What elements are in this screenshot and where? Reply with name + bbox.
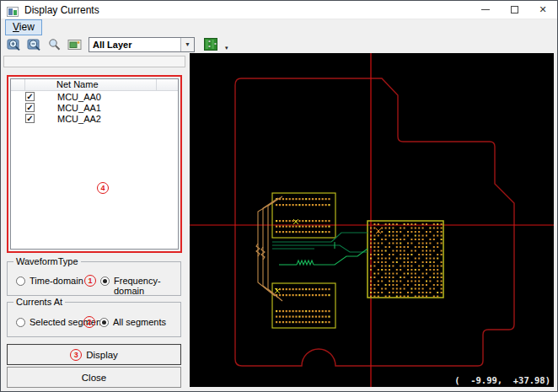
close-button-label: Close — [82, 373, 106, 383]
radio-time-domain[interactable] — [16, 277, 25, 286]
net-list-header-checkbox-column — [11, 79, 25, 90]
net-name-label: MCU_AA2 — [57, 114, 101, 124]
radio-time-domain-label[interactable]: Time-domain — [30, 276, 83, 286]
table-row[interactable]: ✓ MCU_AA1 — [11, 102, 178, 113]
menu-view-label: iew — [19, 21, 35, 33]
zoom-out-icon[interactable] — [26, 37, 43, 51]
check-icon: ✓ — [26, 93, 33, 101]
net-name-label: MCU_AA0 — [57, 92, 101, 102]
display-currents-window: Display Currents ✕ View — [0, 0, 558, 392]
annotation-badge-4: 4 — [97, 182, 109, 194]
waveform-type-group: WaveformType Time-domain 1 Frequency-dom… — [7, 261, 181, 296]
layer-selector[interactable]: All Layer ▼ — [89, 37, 195, 52]
table-row[interactable]: ✓ MCU_AA0 — [11, 91, 178, 102]
close-dialog-button[interactable]: Close — [7, 367, 181, 388]
annotation-badge-1: 1 — [84, 275, 96, 287]
window-title: Display Currents — [24, 4, 99, 16]
net-list-header-name-column: Net Name — [25, 79, 157, 90]
minimize-button[interactable] — [471, 1, 500, 19]
radio-frequency-domain[interactable] — [100, 277, 110, 286]
toolbar-overflow-icon[interactable]: ▾ — [225, 45, 228, 51]
table-row[interactable]: ✓ MCU_AA2 — [11, 113, 178, 124]
net-list-header: Net Name — [11, 79, 178, 91]
close-icon: ✕ — [539, 4, 546, 15]
menu-view-accel: V — [13, 21, 19, 33]
menu-view[interactable]: View — [5, 19, 42, 35]
radio-all-segments-label[interactable]: All segments — [113, 317, 166, 327]
currents-at-group-label: Currents At — [13, 297, 65, 307]
title-bar: Display Currents ✕ — [1, 1, 557, 19]
pcb-background — [190, 53, 554, 387]
net-checkbox[interactable]: ✓ — [25, 103, 35, 112]
menu-bar: View — [1, 19, 557, 35]
fit-view-icon[interactable] — [67, 37, 83, 51]
net-name-label: MCU_AA1 — [57, 103, 101, 113]
net-checkbox[interactable]: ✓ — [25, 114, 35, 123]
check-icon: ✓ — [26, 104, 33, 112]
chevron-down-icon: ▼ — [185, 41, 190, 47]
radio-selected-segments[interactable] — [16, 318, 25, 327]
annotation-badge-2: 2 — [83, 316, 95, 328]
maximize-button[interactable] — [500, 1, 528, 19]
radio-selected-segments-label[interactable]: Selected segments — [30, 317, 109, 327]
left-panel: Net Name ✓ MCU_AA0 ✓ MCU_AA1 ✓ MCU_AA2 4… — [1, 53, 189, 387]
currents-at-group: Currents At Selected segments 2 All segm… — [7, 302, 181, 337]
net-list[interactable]: Net Name ✓ MCU_AA0 ✓ MCU_AA1 ✓ MCU_AA2 — [10, 78, 179, 250]
radio-all-segments[interactable] — [99, 318, 109, 327]
net-list-annotation-frame: Net Name ✓ MCU_AA0 ✓ MCU_AA1 ✓ MCU_AA2 4 — [7, 75, 182, 253]
display-button[interactable]: 3 Display — [7, 344, 181, 365]
check-icon: ✓ — [26, 115, 33, 123]
annotation-badge-3: 3 — [70, 349, 82, 361]
layer-selector-value: All Layer — [89, 38, 180, 51]
app-icon — [7, 5, 19, 15]
display-button-label: Display — [86, 350, 118, 360]
close-button[interactable]: ✕ — [528, 1, 557, 19]
pcb-canvas[interactable]: ( -9.99, +37.98) — [190, 53, 554, 387]
net-checkbox[interactable]: ✓ — [25, 92, 35, 101]
zoom-in-icon[interactable] — [6, 37, 23, 51]
board-view-icon[interactable] — [202, 37, 219, 51]
radio-frequency-domain-label[interactable]: Frequency-domain — [114, 276, 180, 296]
zoom-window-icon[interactable] — [46, 37, 63, 51]
layer-selector-arrow[interactable]: ▼ — [180, 38, 194, 51]
waveform-type-group-label: WaveformType — [13, 256, 81, 266]
cursor-coordinates: ( -9.99, +37.98) — [454, 375, 550, 385]
minimize-icon — [481, 9, 490, 10]
toolbar: All Layer ▼ ▾ — [1, 35, 557, 53]
left-panel-toolbar-strip — [3, 56, 185, 67]
maximize-icon — [511, 6, 518, 13]
